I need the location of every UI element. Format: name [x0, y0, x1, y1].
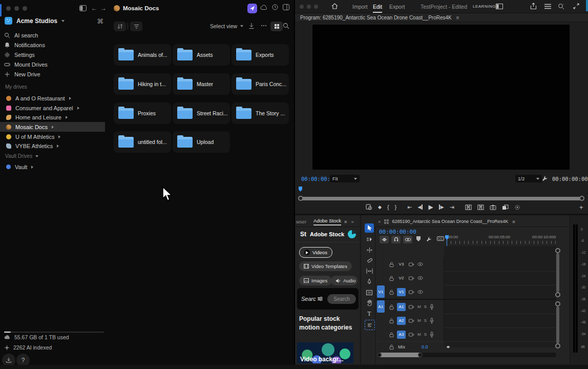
folder-tile[interactable]: The Story ...	[232, 102, 289, 124]
folder-tile[interactable]: Upload	[173, 131, 230, 153]
panel-menu-icon[interactable]: ≡	[512, 219, 515, 224]
monitor-playhead-marker[interactable]	[299, 187, 302, 192]
drive-vybe-athletics[interactable]: VYBE Athletics	[0, 141, 105, 151]
search-input-text[interactable]: Searc	[301, 296, 316, 302]
slip-tool[interactable]	[365, 266, 374, 276]
solo-button[interactable]: S	[424, 304, 427, 309]
stock-filter-videos[interactable]: Videos	[299, 247, 332, 258]
scrubber-left-handle[interactable]	[298, 196, 303, 201]
eye-icon[interactable]	[417, 262, 423, 266]
folder-tile[interactable]: Hiking in t...	[114, 73, 171, 95]
fit-dropdown[interactable]: Fit	[330, 175, 360, 182]
stock-filter-images[interactable]: Images	[299, 276, 332, 285]
share-app-button[interactable]	[247, 4, 257, 13]
selection-tool[interactable]	[365, 223, 374, 233]
track-select-forward-tool[interactable]	[365, 235, 374, 244]
scrubber-right-handle[interactable]	[579, 196, 584, 201]
folder-tile[interactable]: untitled fol...	[114, 131, 171, 153]
home-icon[interactable]	[331, 3, 338, 9]
quick-export-icon[interactable]	[530, 3, 537, 10]
section-vault-drives[interactable]: Vault Drives	[5, 153, 38, 159]
timeline-playhead-timecode[interactable]: 00:00:00:00	[379, 229, 416, 235]
search-button[interactable]: Search	[327, 294, 356, 304]
video-scrollbar-bottom-handle[interactable]	[555, 292, 560, 297]
mic-icon[interactable]	[430, 304, 434, 310]
workspace-switcher[interactable]: Acme Studios	[5, 17, 65, 25]
stock-category-thumbnail[interactable]: Video backgr...	[297, 342, 353, 363]
sync-lock-icon[interactable]	[409, 290, 414, 294]
razor-tool[interactable]	[365, 256, 374, 265]
zoom-scrollbar-left-handle[interactable]	[377, 353, 382, 357]
tab-adobe-stock[interactable]: Adobe Stock	[313, 218, 341, 225]
drive-a-and-o-restaurant[interactable]: A and O Restaurant	[0, 93, 105, 103]
stock-filter-audio[interactable]: Audio	[331, 276, 358, 285]
track-a3-header[interactable]: A3 M S	[376, 327, 444, 341]
marker-icon[interactable]: ◆	[378, 204, 382, 210]
timeline-tab-title[interactable]: 6285190_Antarctic Sea Ocean Drone Coast_…	[392, 219, 509, 224]
close-icon[interactable]: ×	[378, 219, 381, 224]
rectangle-tool[interactable]	[365, 288, 374, 297]
tab-edit[interactable]: Edit	[373, 4, 382, 13]
solo-button[interactable]: S	[424, 318, 427, 323]
drive-consumer-and-apparel[interactable]: Consumer and Apparel	[0, 103, 105, 113]
solo-button[interactable]: S	[424, 332, 427, 337]
type-tool[interactable]: T	[365, 309, 374, 318]
track-a2-header[interactable]: A2 M S	[376, 314, 444, 327]
learning-button[interactable]: LEARNING	[473, 4, 496, 9]
sort-button[interactable]	[114, 22, 126, 31]
extract-icon[interactable]	[477, 204, 484, 210]
mark-out-button[interactable]: }	[395, 204, 397, 210]
folder-tile[interactable]: Street Raci...	[173, 102, 230, 124]
filter-button[interactable]	[130, 22, 142, 31]
button-editor-add[interactable]: +	[579, 203, 583, 211]
zoom-window-button[interactable]	[23, 6, 27, 11]
keyframe-nav-icon[interactable]	[446, 345, 451, 349]
select-view-dropdown[interactable]: Select view	[210, 23, 243, 29]
close-window-button[interactable]	[300, 5, 304, 9]
sync-lock-icon[interactable]	[409, 276, 414, 280]
export-frame-camera-icon[interactable]	[490, 204, 496, 210]
command-shortcut-icon[interactable]: ⌘	[97, 17, 103, 25]
folder-tile[interactable]: Proxies	[114, 102, 171, 124]
mute-button[interactable]: M	[417, 304, 421, 309]
stock-account-icon[interactable]	[348, 230, 356, 238]
window-controls[interactable]	[6, 6, 27, 11]
panel-menu-icon[interactable]: ≡	[456, 15, 459, 20]
minimize-window-button[interactable]	[14, 6, 19, 11]
recent-activity-icon[interactable]	[272, 4, 278, 10]
timeline-settings-wrench-icon[interactable]	[426, 236, 432, 242]
monitor-scrubber[interactable]	[300, 197, 583, 200]
mix-volume-value[interactable]: 0.0	[422, 344, 428, 350]
source-patch-v1[interactable]: V1	[377, 285, 385, 298]
sidebar-item-settings[interactable]: Settings	[4, 50, 101, 59]
lock-icon[interactable]	[389, 332, 394, 337]
hamburger-menu-icon[interactable]	[544, 4, 552, 9]
monitor-settings-wrench-icon[interactable]	[542, 175, 548, 181]
close-window-button[interactable]	[6, 6, 11, 11]
folder-tile[interactable]: Assets	[173, 44, 230, 66]
panel-menu-icon[interactable]: ≡	[344, 219, 347, 224]
track-v3-header[interactable]: V3	[376, 257, 444, 271]
sync-lock-icon[interactable]	[409, 333, 414, 337]
window-controls[interactable]	[300, 5, 318, 9]
nest-toggle[interactable]	[380, 236, 389, 243]
sidebar-item-mount-drives[interactable]: Mount Drives	[4, 59, 101, 69]
sidebar-toggle-icon[interactable]	[79, 5, 87, 11]
video-scrollbar[interactable]	[556, 253, 559, 292]
sync-lock-icon[interactable]	[409, 319, 414, 323]
lift-icon[interactable]	[465, 204, 472, 210]
sidebar-item-notifications[interactable]: Notifications	[4, 40, 101, 50]
mix-track-row[interactable]: Mix 0.0	[376, 342, 556, 352]
audio-scrollbar-bottom-handle[interactable]	[555, 343, 560, 348]
sidebar-item-new-drive[interactable]: New Drive	[4, 69, 101, 79]
lock-icon[interactable]	[389, 276, 394, 281]
search-filters-icon[interactable]	[317, 296, 323, 301]
source-patch-a1[interactable]: A1	[377, 300, 385, 313]
back-button[interactable]: ←	[91, 5, 97, 12]
search-icon[interactable]	[283, 23, 289, 29]
folder-tile[interactable]: Animals of...	[114, 44, 171, 66]
sync-lock-icon[interactable]	[409, 305, 414, 309]
step-forward-button[interactable]: ▶	[439, 204, 444, 210]
tab-export[interactable]: Export	[389, 4, 405, 10]
lock-icon[interactable]	[389, 290, 394, 295]
